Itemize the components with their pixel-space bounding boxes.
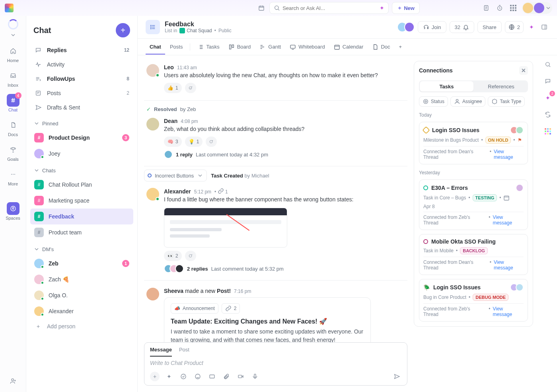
apps-grid-icon[interactable]: [542, 125, 554, 137]
sidebar-dm-zach[interactable]: Zach 🍕: [30, 271, 133, 287]
chevron-down-icon[interactable]: [10, 32, 16, 38]
ai-sparkle-icon[interactable]: ✦: [527, 22, 536, 32]
tab-chat[interactable]: Chat: [146, 40, 165, 55]
sidebar-section-dms[interactable]: DM's: [26, 242, 137, 254]
sidebar-item-followups[interactable]: FollowUps 8: [30, 72, 133, 86]
filter-task-type[interactable]: Task Type: [488, 96, 525, 107]
sidebar-dm-olga[interactable]: Olga O.: [30, 287, 133, 303]
filter-assignee[interactable]: Assignee: [450, 96, 485, 107]
tab-doc[interactable]: Doc: [368, 40, 394, 54]
sidebar-item-product-team[interactable]: # Product team: [30, 224, 133, 240]
view-message-link[interactable]: View message: [494, 149, 524, 160]
notepad-icon[interactable]: [481, 3, 491, 13]
user-menu[interactable]: [522, 2, 552, 14]
global-search[interactable]: ✦: [269, 2, 389, 14]
connection-card[interactable]: Login SSO Issues Milestone in Bugs Produ…: [419, 122, 528, 164]
compose-button[interactable]: +: [116, 23, 130, 37]
tab-whiteboard[interactable]: Whiteboard: [286, 40, 329, 54]
video-icon[interactable]: [236, 372, 245, 381]
connection-card[interactable]: E30A – Errors Task in Core – Bugs • TEST…: [419, 179, 528, 230]
sidebar-item-posts[interactable]: Posts 2: [30, 86, 133, 100]
search-icon[interactable]: [542, 59, 554, 70]
invite-person-icon[interactable]: [8, 375, 19, 386]
rail-docs[interactable]: Docs: [2, 116, 24, 139]
reaction-add-button[interactable]: [185, 251, 196, 261]
connection-card[interactable]: 🪲 Login SSO Issues Bug in Core Product •…: [419, 279, 528, 322]
view-message-link[interactable]: View message: [494, 259, 524, 271]
microphone-icon[interactable]: [250, 372, 260, 381]
rr-badge: 2: [549, 91, 555, 96]
composer-tab-post[interactable]: Post: [179, 347, 189, 357]
sidebar-section-pinned[interactable]: Pinned: [26, 116, 137, 128]
sidebar-item-feedback[interactable]: # Feedback: [30, 209, 133, 224]
view-message-link[interactable]: View message: [493, 215, 524, 226]
view-message-link[interactable]: View message: [493, 306, 524, 317]
reaction-thumbsup[interactable]: 👍1: [164, 83, 182, 93]
gif-icon[interactable]: [207, 372, 217, 381]
sidebar-item-marketing[interactable]: # Marketing space: [30, 193, 133, 209]
calendar-icon[interactable]: [257, 3, 266, 13]
ai-assistant-icon[interactable]: ✦2: [542, 92, 554, 104]
tab-tasks[interactable]: Tasks: [193, 40, 223, 54]
comments-icon[interactable]: [542, 75, 554, 87]
task-chip[interactable]: Incorrect Buttons: [144, 170, 207, 181]
rail-home[interactable]: Home: [2, 42, 24, 65]
post-card[interactable]: 📣Announcement 2 Team Update: Exciting Ch…: [164, 297, 371, 342]
presence-avatars[interactable]: [397, 22, 415, 32]
rail-more[interactable]: More: [2, 166, 24, 189]
new-button[interactable]: ＋ New: [392, 2, 420, 14]
tab-posts[interactable]: Posts: [166, 40, 187, 54]
sidebar-item-replies[interactable]: Replies 12: [30, 43, 133, 57]
emoji-icon[interactable]: [193, 372, 203, 381]
composer-input[interactable]: [150, 360, 401, 366]
sidebar-item-drafts[interactable]: Drafts & Sent: [30, 100, 133, 115]
filter-status[interactable]: Status: [419, 96, 448, 107]
connection-card[interactable]: Mobile Okta SSO Failing Task in Mobile •…: [419, 234, 528, 275]
member-count-button[interactable]: 32: [450, 21, 474, 33]
breadcrumb-space[interactable]: Chat Squad: [179, 28, 212, 33]
reaction-add-button[interactable]: [206, 137, 217, 147]
sidebar-dm-alexander[interactable]: Alexander: [30, 303, 133, 319]
composer-tab-message[interactable]: Message: [150, 347, 172, 357]
thread-replies-link[interactable]: 1 reply Last comment today at 4:32 pm: [164, 150, 405, 159]
close-button[interactable]: ✕: [519, 66, 528, 75]
tab-tasks[interactable]: Tasks: [420, 81, 473, 92]
timer-icon[interactable]: [495, 3, 504, 13]
image-attachment[interactable]: [164, 208, 287, 248]
sync-icon[interactable]: [542, 109, 554, 121]
sidebar-item-activity[interactable]: Activity: [30, 57, 133, 72]
join-button[interactable]: Join: [418, 21, 446, 33]
thread-replies-link[interactable]: 2 replies Last comment today at 5:32 pm: [164, 264, 405, 273]
plus-icon[interactable]: +: [150, 372, 160, 381]
reaction-brain[interactable]: 🧠3: [164, 137, 182, 147]
viewers-button[interactable]: 2: [505, 21, 524, 33]
rail-spaces[interactable]: Spaces: [2, 200, 24, 223]
sidebar-item-chat-rollout[interactable]: # Chat Rollout Plan: [30, 177, 133, 193]
rail-inbox[interactable]: Inbox: [2, 67, 24, 90]
send-button[interactable]: [392, 372, 401, 381]
sidebar-item-product-design[interactable]: # Product Design 3: [30, 130, 133, 146]
rail-chat[interactable]: 4 Chat: [2, 92, 24, 115]
reaction-add-button[interactable]: [185, 83, 196, 93]
reaction-eyes[interactable]: 👀2: [164, 251, 182, 261]
rail-goals[interactable]: Goals: [2, 141, 24, 164]
breadcrumb: List in Chat Squad • Public: [165, 28, 232, 33]
sidebar-item-joey[interactable]: Joey: [30, 146, 133, 162]
attachment-icon[interactable]: [222, 372, 231, 381]
search-input[interactable]: [282, 5, 377, 11]
tab-calendar[interactable]: Calendar: [330, 40, 368, 54]
apps-grid-icon[interactable]: [508, 3, 518, 13]
todo-icon[interactable]: [179, 372, 188, 381]
message-composer: Message Post + ✦: [144, 342, 407, 386]
tab-references[interactable]: References: [474, 80, 528, 92]
sidebar-dm-zeb[interactable]: Zeb 1: [30, 255, 133, 271]
sidebar-section-chats[interactable]: Chats: [26, 163, 137, 175]
add-view-button[interactable]: +: [395, 40, 406, 54]
tab-gantt[interactable]: Gantt: [255, 40, 285, 54]
sidebar-add-person[interactable]: + Add person: [30, 319, 133, 333]
share-button[interactable]: Share: [477, 21, 502, 33]
ai-sparkle-icon[interactable]: ✦: [164, 372, 174, 381]
reaction-bulb[interactable]: 💡1: [185, 137, 203, 147]
panel-toggle-icon[interactable]: [539, 22, 549, 32]
tab-board[interactable]: Board: [224, 40, 255, 54]
